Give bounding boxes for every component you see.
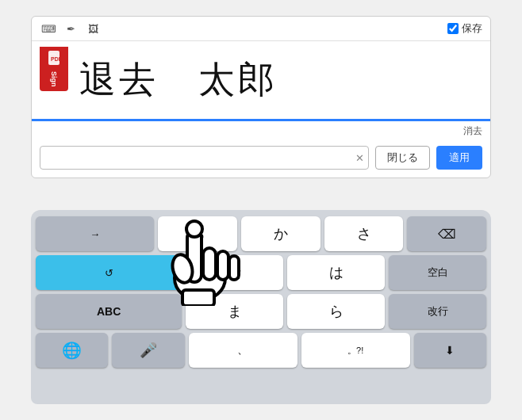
key-arrow-right[interactable]: → xyxy=(36,216,154,251)
key-extra[interactable]: ⬇ xyxy=(414,333,486,368)
pen-icon[interactable]: ✒ xyxy=(62,21,79,36)
keyboard-icon[interactable]: ⌨ xyxy=(40,21,57,36)
key-ka[interactable]: か xyxy=(241,216,320,251)
key-ma[interactable]: ま xyxy=(186,294,283,329)
input-clear-icon[interactable]: ✕ xyxy=(355,152,364,164)
text-input-wrapper: ✕ xyxy=(40,146,369,170)
signature-name: 退去 太郎 xyxy=(79,55,278,105)
save-label: 保存 xyxy=(462,21,482,36)
clear-row: 消去 xyxy=(32,121,490,141)
signature-panel: ⌨ ✒ 🖼 保存 PDF Sign 退去 太郎 xyxy=(31,16,491,178)
keyboard-row-1: → あ か さ ⌫ xyxy=(36,216,486,251)
text-input[interactable] xyxy=(40,146,369,170)
acrobat-icon: PDF xyxy=(47,51,61,70)
key-na[interactable]: な xyxy=(186,255,283,290)
keyboard-row-2: ↺ な は 空白 xyxy=(36,255,486,290)
apply-button[interactable]: 適用 xyxy=(436,146,482,170)
save-checkbox-container: 保存 xyxy=(447,21,482,36)
sign-badge: PDF Sign xyxy=(40,47,68,91)
key-ra[interactable]: ら xyxy=(287,294,385,329)
svg-text:PDF: PDF xyxy=(51,56,61,62)
input-row: ✕ 閉じる 適用 xyxy=(32,141,490,178)
keyboard-row-3: ABC ま ら 改行 xyxy=(36,294,486,329)
keyboard-row-4: 🌐 🎤 、 。?! ⬇ xyxy=(36,333,486,368)
key-mic[interactable]: 🎤 xyxy=(112,333,184,368)
key-comma-space[interactable]: 、 xyxy=(189,333,297,368)
key-space[interactable]: 空白 xyxy=(389,255,486,290)
key-undo[interactable]: ↺ xyxy=(36,255,182,290)
key-abc[interactable]: ABC xyxy=(36,294,182,329)
key-a[interactable]: あ xyxy=(158,216,237,251)
sign-badge-label: Sign xyxy=(50,71,58,87)
toolbar: ⌨ ✒ 🖼 保存 xyxy=(32,17,490,41)
key-globe[interactable]: 🌐 xyxy=(36,333,108,368)
image-icon[interactable]: 🖼 xyxy=(84,21,102,36)
toolbar-icons: ⌨ ✒ 🖼 xyxy=(40,21,102,36)
key-delete[interactable]: ⌫ xyxy=(407,216,486,251)
save-checkbox[interactable] xyxy=(447,23,459,34)
japanese-keyboard: → あ か さ ⌫ ↺ な は 空白 ABC ま ら 改行 🌐 🎤 、 。?! … xyxy=(31,210,491,404)
clear-button[interactable]: 消去 xyxy=(463,124,482,138)
key-enter[interactable]: 改行 xyxy=(389,294,486,329)
close-button[interactable]: 閉じる xyxy=(375,146,430,170)
name-display-area: 退去 太郎 xyxy=(32,41,490,119)
key-ha[interactable]: は xyxy=(287,255,385,290)
key-punct[interactable]: 。?! xyxy=(301,333,410,368)
key-sa[interactable]: さ xyxy=(324,216,404,251)
